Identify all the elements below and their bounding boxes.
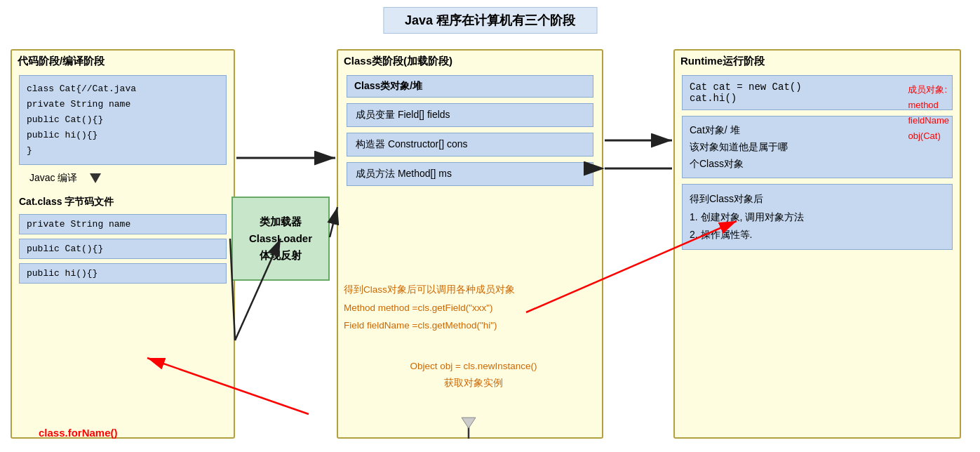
runtime-code-line1: Cat cat = new Cat() [690,81,945,93]
code-line5: } [27,143,219,159]
source-code-block: class Cat{//Cat.java private String name… [19,75,227,165]
annotation-line5: 获取对象实例 [344,375,603,392]
member-label: 成员对象: method fieldName obj(Cat) [908,82,949,144]
bytecode-item-3: public hi(){} [19,263,227,284]
compile-section: Javac 编译 [19,172,227,185]
cat-box-line2: 该对象知道他是属于哪 [690,139,945,156]
stage1-title: 代码阶段/编译阶段 [12,51,234,71]
code-line4: public hi(){} [27,128,219,143]
center-annotation-bottom: Object obj = cls.newInstance() 获取对象实例 [344,358,603,392]
stage2-title: Class类阶段(加载阶段) [338,51,602,71]
for-name-label: class.forName() [39,427,118,439]
code-line1: class Cat{//Cat.java [27,81,219,97]
member-line3: fieldName [908,113,949,128]
annotation-line3: Field fieldName =cls.getMethod("hi") [344,317,603,335]
main-title: Java 程序在计算机有三个阶段 [383,7,597,34]
bytecode-item-1: private String name [19,214,227,234]
bottom-line1: 得到Class对象后 [690,190,945,208]
loader-line3: 体现反射 [260,247,302,264]
loader-box: 类加载器 ClassLoader 体现反射 [231,197,330,281]
bottom-line3: 2. 操作属性等. [690,226,945,244]
cat-box-line3: 个Class对象 [690,156,945,173]
runtime-bottom-box: 得到Class对象后 1. 创建对象, 调用对象方法 2. 操作属性等. [682,184,953,250]
stage2-field2: 构造器 Constructor[] cons [347,133,593,157]
annotation-line2: Method method =cls.getField("xxx") [344,299,603,317]
stage2-field3: 成员方法 Method[] ms [347,162,593,186]
main-container: Java 程序在计算机有三个阶段 代码阶段/编译阶段 class Cat{//C… [0,0,980,452]
stage3-panel: Runtime运行阶段 Cat cat = new Cat() cat.hi()… [673,49,961,439]
stage3-title: Runtime运行阶段 [675,51,960,71]
member-line4: obj(Cat) [908,128,949,144]
stage2-field1: 成员变量 Field[] fields [347,103,593,127]
annotation-line1: 得到Class对象后可以调用各种成员对象 [344,281,603,299]
compile-label: Javac 编译 [29,172,77,185]
member-line2: method [908,98,949,113]
annotation-line4: Object obj = cls.newInstance() [344,358,603,375]
member-line1: 成员对象: [908,82,949,98]
loader-line1: 类加载器 [260,213,302,230]
loader-line2: ClassLoader [249,230,312,247]
bottom-line2: 1. 创建对象, 调用对象方法 [690,208,945,226]
runtime-code-line2: cat.hi() [690,93,945,104]
bytecode-item-2: public Cat(){} [19,239,227,259]
stage2-sub-title: Class类对象/堆 [347,75,593,98]
runtime-code-section: Cat cat = new Cat() cat.hi() 成员对象: metho… [675,75,960,110]
cat-box-line1: Cat对象/ 堆 [690,122,945,139]
center-annotation: 得到Class对象后可以调用各种成员对象 Method method =cls.… [344,281,603,335]
bytecode-title: Cat.class 字节码文件 [12,192,234,210]
code-line3: public Cat(){} [27,112,219,128]
stage1-panel: 代码阶段/编译阶段 class Cat{//Cat.java private S… [11,49,235,439]
code-line2: private String name [27,97,219,112]
arrow-down-icon [90,173,101,183]
